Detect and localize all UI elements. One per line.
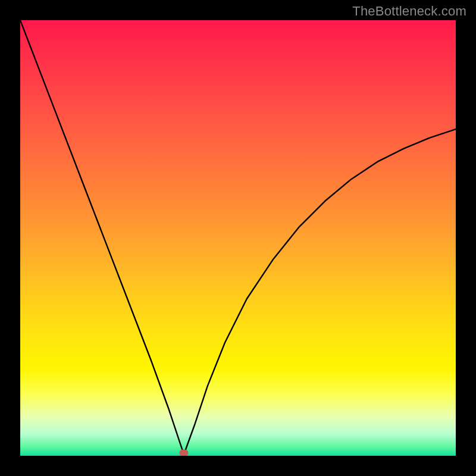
watermark-text: TheBottleneck.com [352, 4, 466, 19]
bottleneck-curve [20, 20, 456, 455]
optimal-point-marker [180, 449, 189, 456]
chart-frame: TheBottleneck.com [0, 0, 476, 476]
plot-area [20, 20, 456, 456]
curve-layer [20, 20, 456, 456]
